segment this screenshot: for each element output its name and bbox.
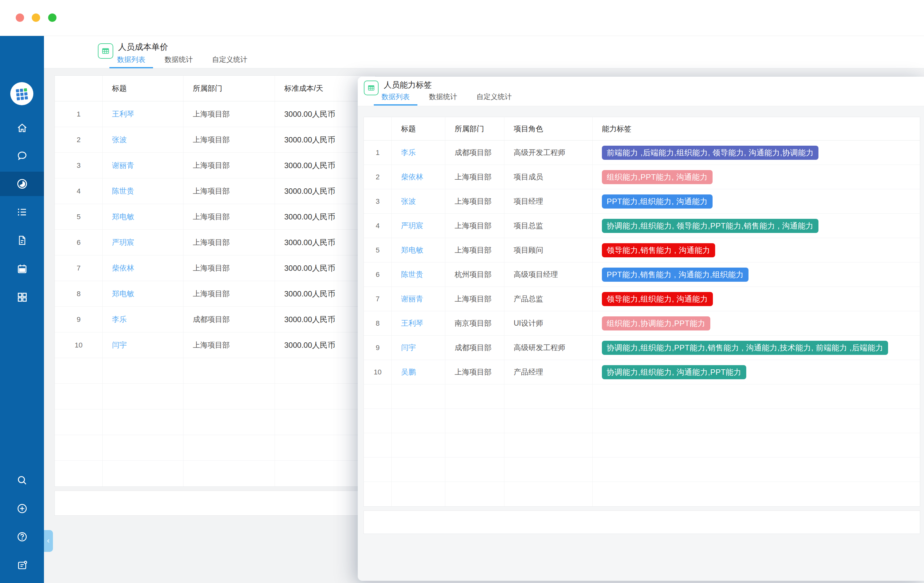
row-name-link[interactable]: 闫宇: [401, 343, 416, 353]
row-role: [504, 409, 592, 433]
dialog-tab-data-stats[interactable]: 数据统计: [421, 91, 465, 106]
app-logo-icon: [15, 86, 29, 101]
table-row: [55, 384, 375, 410]
calendar-icon: [16, 263, 28, 275]
sidebar-item-create[interactable]: [0, 496, 44, 521]
row-index: 9: [55, 307, 103, 332]
row-name-link[interactable]: 郑电敏: [112, 289, 134, 299]
dialog-header: 人员能力标签 数据列表 数据统计 自定义统计: [358, 77, 924, 106]
row-dept: [183, 358, 275, 383]
cost-table-summary-row: [54, 491, 376, 515]
traffic-light-minimize[interactable]: [32, 13, 40, 22]
capability-tag-badge: 领导能力,组织能力, 沟通能力: [602, 292, 713, 306]
row-index: [364, 385, 392, 408]
app-logo[interactable]: [10, 82, 33, 105]
row-role: 项目顾问: [504, 238, 592, 262]
sidebar-item-home[interactable]: [0, 116, 44, 140]
row-name-link[interactable]: 李乐: [401, 148, 416, 157]
table-row: [55, 435, 375, 461]
row-name-link[interactable]: 谢丽青: [112, 160, 134, 170]
row-name-link[interactable]: 严玥宸: [401, 221, 423, 231]
row-dept: 南京项目部: [446, 311, 504, 335]
row-index: 6: [364, 263, 392, 287]
row-name-link[interactable]: 王利琴: [112, 109, 134, 119]
row-index: [364, 433, 392, 457]
row-name-link[interactable]: 陈世贵: [112, 186, 134, 196]
row-name-link[interactable]: 郑电敏: [112, 212, 134, 222]
sidebar-item-search[interactable]: [0, 468, 44, 492]
sidebar-item-feedback[interactable]: [0, 553, 44, 578]
table-row: 8 郑电敏 上海项目部 3000.00人民币: [55, 281, 375, 307]
row-dept: [446, 409, 504, 433]
document-icon: [16, 235, 28, 246]
header-tags: 能力标签: [592, 117, 920, 140]
tab-data-stats[interactable]: 数据统计: [157, 54, 201, 68]
sidebar-item-list[interactable]: [0, 200, 44, 224]
apps-grid-icon: [16, 291, 28, 303]
row-index: 2: [55, 127, 103, 152]
row-name-link[interactable]: 闫宇: [112, 340, 127, 350]
row-index: 3: [55, 153, 103, 178]
row-index: [364, 482, 392, 506]
main-header: 人员成本单价 数据列表 数据统计 自定义统计: [44, 36, 924, 68]
row-name-link[interactable]: 谢丽青: [401, 294, 423, 304]
row-name-link[interactable]: 郑电敏: [401, 245, 423, 255]
row-name-link[interactable]: 严玥宸: [112, 238, 134, 248]
row-name-link[interactable]: 陈世贵: [401, 269, 423, 279]
row-role: 产品经理: [504, 360, 592, 384]
row-index: 4: [55, 178, 103, 204]
traffic-light-zoom[interactable]: [48, 13, 56, 22]
dialog-tab-custom-stats[interactable]: 自定义统计: [469, 91, 520, 106]
table-row: 9 李乐 成都项目部 3000.00人民币: [55, 307, 375, 332]
row-name-link[interactable]: 王利琴: [401, 318, 423, 328]
row-index: 8: [364, 311, 392, 335]
sidebar-item-apps[interactable]: [0, 285, 44, 309]
sidebar-item-calendar[interactable]: [0, 257, 44, 281]
cost-table: 标题 所属部门 标准成本/天 1 王利琴 上海项目部 3000.00人民币 2 …: [54, 75, 376, 487]
row-dept: 上海项目部: [446, 287, 504, 311]
row-dept: 杭州项目部: [446, 263, 504, 287]
row-role: [504, 433, 592, 457]
traffic-light-close[interactable]: [16, 13, 24, 22]
collapse-sidebar-handle[interactable]: [44, 530, 53, 552]
sidebar-item-chat[interactable]: [0, 144, 44, 168]
table-row: 6 严玥宸 上海项目部 3000.00人民币: [55, 230, 375, 255]
row-name-link[interactable]: 张波: [112, 135, 127, 145]
sidebar-item-help[interactable]: [0, 525, 44, 549]
row-name-link[interactable]: 吴鹏: [401, 367, 416, 377]
table-row: 6 陈世贵 杭州项目部 高级项目经理 PPT能力,销售能力 , 沟通能力,组织能…: [364, 263, 920, 287]
row-role: [504, 482, 592, 506]
row-dept: 成都项目部: [446, 335, 504, 360]
tab-data-list[interactable]: 数据列表: [109, 54, 153, 68]
dialog-title: 人员能力标签: [384, 79, 432, 90]
row-dept: [183, 410, 275, 435]
row-name-link[interactable]: 李乐: [112, 314, 127, 324]
row-dept: 成都项目部: [446, 140, 504, 165]
capability-table: 标题 所属部门 项目角色 能力标签 1 李乐 成都项目部 高级开发工程师 前端能…: [363, 117, 920, 507]
table-row: 1 李乐 成都项目部 高级开发工程师 前端能力 ,后端能力,组织能力, 领导能力…: [364, 140, 920, 165]
sidebar-item-document[interactable]: [0, 228, 44, 253]
capability-tag-badge: 协调能力,组织能力,PPT能力,销售能力 , 沟通能力,技术能力, 前端能力 ,…: [602, 341, 888, 355]
row-role: [504, 385, 592, 408]
row-name-link[interactable]: 柴依林: [401, 172, 423, 182]
tab-custom-stats[interactable]: 自定义统计: [205, 54, 255, 68]
row-index: 10: [364, 360, 392, 384]
row-role: 高级项目经理: [504, 263, 592, 287]
row-name-link[interactable]: 柴依林: [112, 263, 134, 273]
row-name-link[interactable]: 张波: [401, 197, 416, 206]
row-role: 项目总监: [504, 214, 592, 238]
row-role: [504, 457, 592, 482]
capability-tag-badge: 领导能力,销售能力 , 沟通能力: [602, 243, 715, 257]
table-row: [364, 457, 920, 482]
table-row: 2 柴依林 上海项目部 项目成员 组织能力,PPT能力, 沟通能力: [364, 165, 920, 189]
page-title: 人员成本单价: [118, 41, 168, 53]
row-index: [364, 409, 392, 433]
row-index: 8: [55, 281, 103, 306]
table-row: 4 严玥宸 上海项目部 项目总监 协调能力,组织能力, 领导能力,PPT能力,销…: [364, 214, 920, 238]
sidebar-item-time[interactable]: [0, 172, 44, 196]
list-icon: [16, 206, 28, 218]
dialog-tab-data-list[interactable]: 数据列表: [374, 91, 417, 106]
row-dept: 上海项目部: [446, 238, 504, 262]
row-index: 6: [55, 230, 103, 255]
capability-table-summary-row: [363, 510, 920, 534]
